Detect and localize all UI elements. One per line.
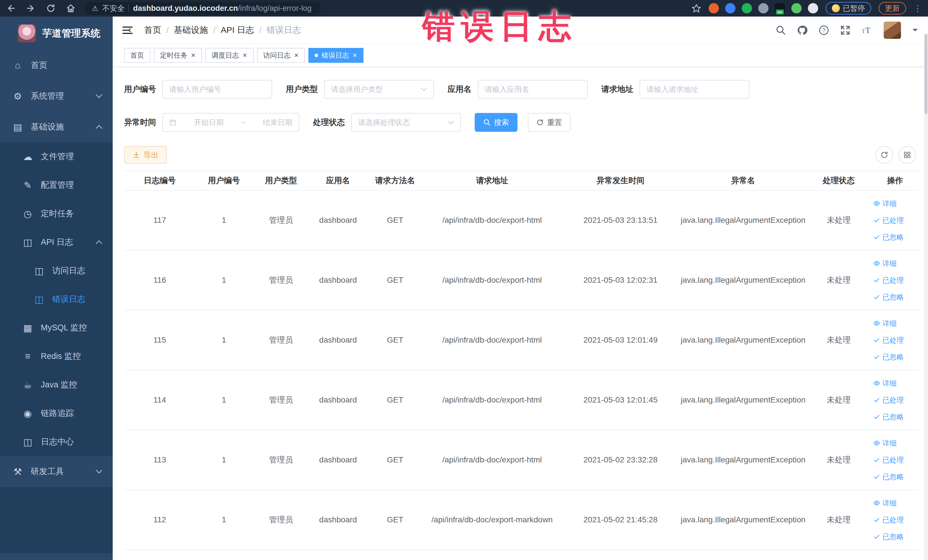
- close-tag-icon[interactable]: ✕: [294, 52, 299, 58]
- user-id-input[interactable]: [169, 85, 265, 94]
- check-icon: [873, 337, 880, 343]
- cell-exception-name: java.lang.IllegalArgumentException: [681, 455, 806, 464]
- sidebar-item-6[interactable]: ◫ API 日志: [0, 228, 113, 256]
- insecure-warning-icon: ⚠: [92, 4, 98, 12]
- mark-processed-link[interactable]: 已处理: [873, 276, 904, 285]
- browser-update-button[interactable]: 更新: [879, 2, 906, 15]
- user-menu-caret-icon[interactable]: [912, 28, 918, 32]
- extension-leaf-icon[interactable]: [791, 3, 801, 14]
- window-scrollbar[interactable]: [924, 33, 928, 560]
- tag-view-4[interactable]: 错误日志 ✕: [308, 48, 363, 63]
- detail-link[interactable]: 详细: [873, 319, 897, 328]
- cell-actions: 详细 已处理 已忽略: [872, 498, 919, 542]
- browser-home-icon[interactable]: [65, 3, 76, 14]
- close-tag-icon[interactable]: ✕: [191, 52, 196, 58]
- extension-on-badge-icon[interactable]: on: [775, 3, 785, 14]
- column-settings-button[interactable]: [898, 146, 916, 164]
- breadcrumb-item-1[interactable]: 基础设施: [174, 24, 208, 36]
- sidebar-item-9[interactable]: ▦ MySQL 监控: [0, 314, 113, 342]
- user-id-field: [162, 80, 272, 99]
- cell-user-id: 1: [195, 336, 252, 345]
- sidebar-item-1[interactable]: ⚙ 系统管理: [0, 81, 113, 111]
- eye-icon: [873, 499, 880, 507]
- request-url-input[interactable]: [646, 85, 743, 94]
- sidebar-item-14[interactable]: ⚒ 研发工具: [0, 456, 113, 487]
- mark-ignored-link[interactable]: 已忽略: [873, 472, 904, 482]
- detail-link[interactable]: 详细: [873, 438, 897, 448]
- detail-link[interactable]: 详细: [873, 378, 897, 388]
- search-icon[interactable]: [776, 25, 786, 35]
- sidebar-item-8[interactable]: ◫ 错误日志: [0, 285, 113, 314]
- cell-request-url: /api/infra/db-doc/export-html: [424, 395, 560, 404]
- refresh-table-button[interactable]: [876, 146, 893, 164]
- sidebar-item-3[interactable]: ☁ 文件管理: [0, 142, 113, 171]
- log-icon: ◫: [33, 265, 45, 276]
- process-status-label: 处理状态: [313, 117, 345, 128]
- download-icon: [133, 151, 140, 159]
- mark-processed-label: 已处理: [882, 216, 904, 225]
- detail-link-label: 详细: [882, 319, 897, 328]
- extension-shield-icon[interactable]: [725, 3, 736, 14]
- error-log-table: 日志编号用户编号用户类型应用名请求方法名请求地址异常发生时间异常名处理状态操作 …: [124, 171, 919, 550]
- reset-button[interactable]: 重置: [528, 113, 571, 132]
- mark-processed-link[interactable]: 已处理: [873, 216, 904, 225]
- sidebar-item-5[interactable]: ◷ 定时任务: [0, 200, 113, 228]
- extension-grid-icon[interactable]: [758, 3, 769, 14]
- tag-view-1[interactable]: 定时任务 ✕: [154, 48, 202, 63]
- address-bar[interactable]: ⚠ 不安全 dashboard.yudao.iocoder.cn/infra/l…: [84, 2, 321, 15]
- redis-icon: ≡: [21, 351, 34, 362]
- mark-processed-link[interactable]: 已处理: [873, 395, 904, 405]
- browser-reload-icon[interactable]: [45, 3, 56, 14]
- browser-forward-icon[interactable]: [25, 3, 37, 14]
- browser-back-icon[interactable]: [5, 3, 17, 14]
- export-button[interactable]: 导出: [124, 146, 167, 164]
- sidebar-item-2[interactable]: ▤ 基础设施: [0, 111, 113, 142]
- sidebar-item-13[interactable]: ◫ 日志中心: [0, 428, 113, 456]
- search-button[interactable]: 搜索: [475, 113, 517, 132]
- sidebar-item-7[interactable]: ◫ 访问日志: [0, 256, 113, 285]
- extension-orange-icon[interactable]: [709, 3, 719, 14]
- mark-ignored-link[interactable]: 已忽略: [873, 352, 904, 362]
- fullscreen-icon[interactable]: [840, 25, 850, 35]
- font-size-icon[interactable]: TT: [861, 25, 873, 35]
- mark-ignored-link[interactable]: 已忽略: [873, 532, 904, 542]
- user-type-select[interactable]: 请选择用户类型: [324, 80, 434, 99]
- mark-ignored-link[interactable]: 已忽略: [873, 292, 904, 302]
- mark-processed-link[interactable]: 已处理: [873, 455, 904, 465]
- close-tag-icon[interactable]: ✕: [243, 52, 247, 58]
- extension-green-icon[interactable]: [742, 3, 752, 14]
- github-icon[interactable]: [797, 25, 807, 36]
- browser-menu-icon[interactable]: ⋮: [913, 3, 922, 14]
- cell-app-name: dashboard: [310, 395, 366, 404]
- detail-link[interactable]: 详细: [873, 259, 897, 268]
- mark-ignored-link[interactable]: 已忽略: [873, 232, 904, 242]
- extension-puzzle-icon[interactable]: [808, 3, 818, 14]
- scrollbar-thumb[interactable]: [925, 34, 927, 114]
- breadcrumb-item-2[interactable]: API 日志: [221, 24, 254, 36]
- process-status-select[interactable]: 请选择处理状态: [351, 113, 461, 132]
- tag-view-0[interactable]: 首页 ✕: [124, 48, 150, 63]
- divider: [128, 5, 129, 12]
- exception-time-range-picker[interactable]: 开始日期 ~ 结束日期: [162, 113, 299, 132]
- tag-view-3[interactable]: 访问日志 ✕: [257, 48, 305, 63]
- sidebar-item-12[interactable]: ◉ 链路追踪: [0, 399, 113, 428]
- sidebar-item-11[interactable]: ☕ Java 监控: [0, 371, 113, 399]
- profile-paused-badge[interactable]: 已暂停: [826, 2, 871, 15]
- mark-ignored-link[interactable]: 已忽略: [873, 412, 904, 422]
- breadcrumb-item-0[interactable]: 首页: [144, 24, 161, 36]
- sidebar-item-0[interactable]: ⌂ 首页: [0, 50, 113, 81]
- detail-link[interactable]: 详细: [873, 498, 897, 508]
- sidebar-item-10[interactable]: ≡ Redis 监控: [0, 342, 113, 371]
- detail-link[interactable]: 详细: [873, 199, 897, 208]
- close-tag-icon[interactable]: ✕: [352, 52, 357, 58]
- app-logo[interactable]: 芋道管理系统: [0, 17, 113, 50]
- help-icon[interactable]: ?: [818, 25, 829, 36]
- sidebar-item-4[interactable]: ✎ 配置管理: [0, 171, 113, 200]
- app-name-input[interactable]: [485, 85, 581, 94]
- mark-processed-link[interactable]: 已处理: [873, 336, 904, 345]
- collapse-sidebar-icon[interactable]: [122, 25, 133, 35]
- user-avatar[interactable]: [884, 21, 901, 39]
- mark-processed-link[interactable]: 已处理: [873, 515, 904, 525]
- tag-view-2[interactable]: 调度日志 ✕: [205, 48, 253, 63]
- bookmark-star-icon[interactable]: [691, 3, 701, 13]
